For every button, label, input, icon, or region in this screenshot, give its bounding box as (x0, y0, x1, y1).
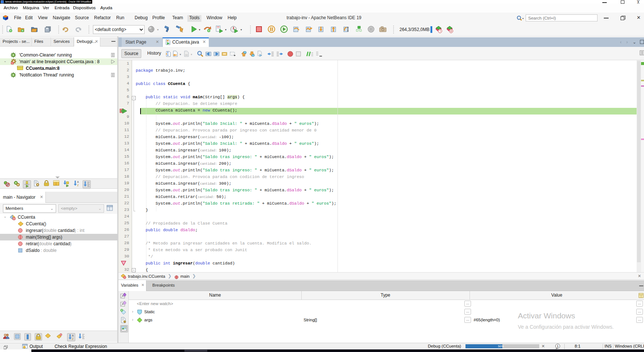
edit-value-button[interactable]: ... (636, 317, 643, 323)
down-arrow-button[interactable] (249, 51, 255, 57)
tab-breakpoints[interactable]: Breakpoints (146, 280, 180, 291)
rect-sel-button[interactable] (229, 51, 236, 57)
debug-thread-row[interactable]: 'Notification Thread' running (0, 72, 117, 78)
tab-debuggi[interactable]: Debuggi...✕ (74, 37, 100, 47)
magnifier-button[interactable] (197, 51, 204, 57)
chevron-collapsed-icon[interactable]: › (132, 310, 133, 314)
edit-value-button[interactable]: ... (636, 301, 643, 307)
search-input[interactable] (526, 14, 598, 21)
debug-project-button[interactable] (215, 25, 224, 33)
editor-settings-icon[interactable] (639, 50, 644, 56)
pause-button[interactable] (268, 25, 275, 33)
suspend-thread-icon[interactable] (111, 73, 115, 77)
tab-list-icon[interactable]: ⌄ (633, 40, 636, 45)
restore-window-icon[interactable] (4, 344, 8, 348)
menu-navigate[interactable]: Navigate (51, 15, 72, 22)
new-project-button[interactable] (18, 26, 24, 33)
menu-profile[interactable]: Profile (150, 15, 167, 22)
pause-disabled-button[interactable] (367, 25, 375, 33)
build-project-button[interactable] (164, 25, 171, 33)
column-value[interactable]: Value (470, 293, 644, 298)
diamond-purple-button[interactable] (120, 293, 127, 299)
chevron-expanded-icon[interactable]: ⌄ (4, 59, 7, 63)
prev-occ-button[interactable] (205, 51, 212, 57)
vbar-nav-button[interactable] (24, 333, 31, 341)
memory-indicator[interactable]: 264,3/352,0MB (399, 27, 429, 32)
sort-pos-filter-button[interactable] (83, 180, 91, 188)
doc-gear-filter-button[interactable] (33, 180, 40, 187)
maximize-editor-icon[interactable] (640, 40, 644, 44)
close-icon[interactable]: ✕ (40, 195, 43, 199)
debug-thread-row[interactable]: 'Common-Cleaner' running (0, 52, 117, 58)
doc-wrench-button[interactable] (120, 317, 127, 323)
minimize-panel-icon[interactable] (111, 41, 115, 42)
gc2-button[interactable] (446, 25, 454, 33)
hl-box-button[interactable] (221, 51, 228, 57)
debug-progress-bar[interactable]: 50% (465, 344, 539, 348)
table-settings-icon[interactable] (638, 293, 644, 298)
variables-row[interactable]: <Enter new watch>...... (129, 300, 644, 308)
search-icon[interactable] (516, 15, 524, 21)
column-name[interactable]: Name (129, 293, 301, 298)
tab-variables[interactable]: Variables ✕ (118, 280, 146, 291)
tab-files[interactable]: Files (32, 37, 51, 47)
tab-ccuenta-java[interactable]: CCuenta.java ✕ (163, 37, 209, 47)
sort-pos-nav-button[interactable] (78, 333, 85, 340)
apply-code-changes-button[interactable] (356, 26, 362, 33)
menu-window[interactable]: Window (205, 15, 224, 22)
app-restore-button[interactable] (620, 16, 626, 21)
tab-projectsse[interactable]: Projects - se... (0, 37, 32, 47)
status-check-regex[interactable]: Check Regular Expression (55, 344, 107, 349)
shift-right-button[interactable] (276, 51, 283, 57)
gc-button[interactable] (434, 25, 443, 33)
fold-box[interactable]: − (132, 268, 136, 272)
open-project-button[interactable] (31, 26, 38, 33)
next-occ-button[interactable] (213, 51, 220, 57)
suspend-filter-button[interactable] (23, 180, 31, 188)
people-nav-button[interactable] (3, 333, 10, 339)
navigator-item[interactable]: retirar(double cantidad) (0, 240, 117, 247)
back-doc-button[interactable] (172, 51, 179, 57)
down-box-filter-button[interactable] (63, 180, 69, 187)
diamond-purple2-button[interactable] (120, 301, 127, 307)
lock-filter-button[interactable] (44, 180, 49, 186)
menu-file[interactable]: File (12, 15, 23, 22)
shift-left-button[interactable] (267, 51, 274, 57)
reload-debug-button[interactable] (203, 25, 211, 33)
vbox-menu-máquina[interactable]: Máquina (23, 6, 39, 10)
navigator-item[interactable]: ⌄CCuenta (0, 214, 117, 221)
vbox-menu-archivo[interactable]: Archivo (4, 6, 18, 10)
gears-off-filter-button[interactable] (3, 180, 10, 187)
close-icon[interactable]: ✕ (202, 40, 206, 44)
step-over-button[interactable] (293, 26, 300, 33)
config-select[interactable]: <default config> (93, 25, 145, 34)
clean-build-button[interactable] (176, 25, 184, 33)
continue-button[interactable] (280, 25, 288, 33)
vbox-menu-dispositivos[interactable]: Dispositivos (73, 6, 96, 10)
menu-source[interactable]: Source (73, 15, 91, 22)
menu-help[interactable]: Help (226, 15, 239, 22)
menu-team[interactable]: Team (170, 15, 185, 22)
lock-nav-button[interactable] (35, 333, 42, 341)
dropdown-arrow-icon[interactable]: ▾ (180, 53, 181, 56)
chevron-expanded-icon[interactable]: ⌄ (4, 215, 7, 218)
bp-circle-button[interactable] (287, 51, 294, 57)
edit-type-button[interactable]: ... (464, 309, 471, 315)
edit-type-button[interactable]: ... (464, 301, 471, 307)
breakpoint-annotation-icon[interactable] (121, 260, 126, 265)
table-filter-button[interactable] (53, 180, 59, 186)
debug-thread-row[interactable]: CCuenta.main:8 (0, 65, 117, 72)
menu-run[interactable]: Run (114, 15, 126, 22)
tab-scroll-right-icon[interactable]: › (626, 40, 628, 45)
navigator-view-button[interactable] (106, 204, 114, 212)
close-icon[interactable]: ✕ (141, 283, 144, 287)
breadcrumb-close-icon[interactable]: ✕ (638, 274, 641, 278)
heap-snapshot-button[interactable] (379, 26, 387, 32)
profile-project-button[interactable] (230, 25, 238, 33)
breadcrumb-item[interactable]: main (180, 274, 190, 278)
app-close-button[interactable]: ✕ (637, 15, 642, 21)
vbox-maximize-button[interactable] (621, 0, 624, 4)
dup-doc-button[interactable] (257, 51, 263, 57)
menu-debug[interactable]: Debug (133, 15, 149, 22)
debug-thread-row[interactable]: ⌄'main' at line breakpoint CCuenta.java … (0, 58, 117, 65)
